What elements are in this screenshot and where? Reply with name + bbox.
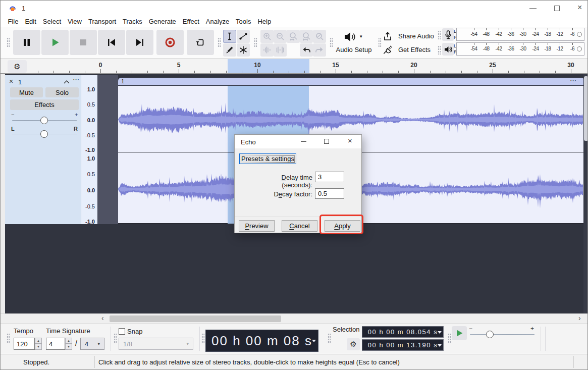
silence-audio-button[interactable] xyxy=(274,43,287,57)
skip-to-end-button[interactable] xyxy=(126,30,153,55)
zoom-selection-button[interactable] xyxy=(287,30,300,43)
zoom-toggle-button[interactable] xyxy=(313,30,326,43)
mute-button[interactable]: Mute xyxy=(10,87,43,97)
zoom-in-button[interactable] xyxy=(260,30,274,43)
track-collapse-icon[interactable] xyxy=(64,80,70,84)
dropdown-icon[interactable] xyxy=(312,340,316,342)
recording-meter-grip[interactable] xyxy=(438,30,441,39)
menu-view[interactable]: View xyxy=(65,18,85,25)
selection-tool-button[interactable] xyxy=(223,30,236,43)
pan-slider-thumb[interactable] xyxy=(40,130,48,138)
time-signature-upper-input[interactable]: 4 xyxy=(46,338,65,350)
snap-dropdown[interactable]: 1/8 ▾ xyxy=(119,338,193,350)
spin-down-icon[interactable]: ▼ xyxy=(65,344,72,350)
audio-setup-button[interactable]: ▾ Audio Setup xyxy=(334,29,374,57)
record-button[interactable] xyxy=(156,30,184,55)
horizontal-scrollbar[interactable]: ‹ › xyxy=(1,313,588,324)
draw-tool-button[interactable] xyxy=(223,43,236,57)
audio-position-display[interactable]: 00 h 00 m 08 s xyxy=(205,330,318,352)
dialog-minimize-button[interactable] xyxy=(301,141,306,142)
stop-button[interactable] xyxy=(70,30,97,55)
delay-time-input[interactable]: 3 xyxy=(315,172,344,182)
snap-checkbox[interactable] xyxy=(119,328,125,335)
effects-button[interactable]: Effects xyxy=(10,99,79,110)
spin-down-icon[interactable]: ▼ xyxy=(35,344,42,350)
dropdown-icon[interactable] xyxy=(438,331,442,334)
multi-tool-button[interactable] xyxy=(237,43,250,57)
zoom-out-button[interactable] xyxy=(274,30,287,43)
decay-factor-input[interactable]: 0.5 xyxy=(315,188,344,199)
track-menu-icon[interactable]: ⋯ xyxy=(73,76,79,83)
menu-tools[interactable]: Tools xyxy=(233,18,254,25)
maximize-button[interactable] xyxy=(554,6,560,11)
selection-start-display[interactable]: 00 h 00 m 08.054 s xyxy=(362,326,444,338)
menu-file[interactable]: File xyxy=(5,18,22,25)
menu-effect[interactable]: Effect xyxy=(179,18,202,25)
close-button[interactable]: × xyxy=(577,3,582,12)
tempo-input[interactable]: 120 xyxy=(14,338,35,350)
playback-meter-speaker-button[interactable] xyxy=(442,43,454,56)
menu-generate[interactable]: Generate xyxy=(145,18,179,25)
audio-setup-toolbar-grip[interactable] xyxy=(330,37,333,47)
play-button[interactable] xyxy=(41,30,69,55)
zoom-fit-button[interactable] xyxy=(300,30,313,43)
tempo-spinner[interactable]: ▲ ▼ xyxy=(35,338,42,350)
dialog-maximize-button[interactable] xyxy=(324,139,329,144)
trim-audio-button[interactable] xyxy=(260,43,274,57)
dialog-title-bar[interactable]: Echo × xyxy=(235,135,361,148)
cancel-button[interactable]: Cancel xyxy=(282,220,317,232)
play-speed-slider-track[interactable] xyxy=(470,334,534,335)
snap-toolbar-grip[interactable] xyxy=(114,333,117,343)
playback-meter[interactable]: -54 -48 -42 -36 -30 -24 -18 -12 -6 xyxy=(456,42,584,56)
play-at-speed-button[interactable] xyxy=(452,326,467,340)
time-signature-spinner[interactable]: ▲ ▼ xyxy=(65,338,72,350)
share-toolbar-grip[interactable] xyxy=(378,37,382,47)
play-speed-slider-thumb[interactable] xyxy=(486,331,494,338)
spin-up-icon[interactable]: ▲ xyxy=(65,338,72,344)
menu-transport[interactable]: Transport xyxy=(85,18,119,25)
selection-toolbar-grip[interactable] xyxy=(328,333,331,343)
recording-meter[interactable]: -54 -48 -42 -36 -30 -24 -18 -12 -6 xyxy=(456,28,584,41)
clip-header[interactable]: 1 ⋯ xyxy=(118,78,583,85)
spin-up-icon[interactable]: ▲ xyxy=(35,338,42,344)
redo-button[interactable] xyxy=(313,43,326,57)
minimize-button[interactable] xyxy=(529,8,537,9)
get-effects-button[interactable]: Get Effects xyxy=(382,43,437,56)
time-signature-lower-dropdown[interactable]: 4 ▾ xyxy=(80,338,104,350)
dialog-close-button[interactable]: × xyxy=(348,136,352,145)
solo-button[interactable]: Solo xyxy=(45,87,79,97)
track-name[interactable]: 1 xyxy=(18,78,22,86)
vertical-scrollbar-thumb[interactable] xyxy=(584,76,588,141)
time-toolbar-grip[interactable] xyxy=(7,333,10,343)
skip-to-start-button[interactable] xyxy=(98,30,125,55)
selection-options-button[interactable]: ⚙ xyxy=(347,338,360,350)
loop-button[interactable] xyxy=(187,30,214,55)
selection-end-display[interactable]: 00 h 00 m 13.190 s xyxy=(362,339,444,351)
timeline-ruler[interactable]: ⚙ 0 5 10 15 20 25 30 xyxy=(1,59,588,74)
share-audio-button[interactable]: Share Audio xyxy=(382,30,437,42)
menu-tracks[interactable]: Tracks xyxy=(120,18,146,25)
play-at-speed-grip[interactable] xyxy=(448,333,451,343)
undo-button[interactable] xyxy=(300,43,313,57)
gain-slider-thumb[interactable] xyxy=(40,117,48,124)
tools-toolbar-grip[interactable] xyxy=(218,37,221,47)
scroll-right-icon[interactable]: › xyxy=(578,314,581,322)
time-display-grip[interactable] xyxy=(201,333,205,343)
menu-analyze[interactable]: Analyze xyxy=(202,18,232,25)
menu-select[interactable]: Select xyxy=(39,18,64,25)
transport-toolbar-grip[interactable] xyxy=(7,37,10,47)
menu-help[interactable]: Help xyxy=(254,18,275,25)
vertical-scrollbar[interactable] xyxy=(583,74,588,313)
horizontal-scrollbar-thumb[interactable] xyxy=(110,315,281,322)
playback-meter-grip[interactable] xyxy=(438,45,441,55)
menu-edit[interactable]: Edit xyxy=(22,18,39,25)
track-close-icon[interactable]: × xyxy=(9,77,13,85)
scroll-left-icon[interactable]: ‹ xyxy=(101,314,104,322)
preview-button[interactable]: Preview xyxy=(239,220,275,232)
dropdown-icon[interactable] xyxy=(438,344,442,347)
pause-button[interactable] xyxy=(13,30,40,55)
edit-toolbar-grip[interactable] xyxy=(254,37,257,47)
presets-settings-button[interactable]: Presets & settings xyxy=(239,153,296,164)
vertical-scale-ruler[interactable]: 1.0 0.5 0.0 -0.5 -1.0 1.0 0.5 0.0 -0.5 -… xyxy=(81,75,97,224)
clip-menu-icon[interactable]: ⋯ xyxy=(570,77,576,84)
